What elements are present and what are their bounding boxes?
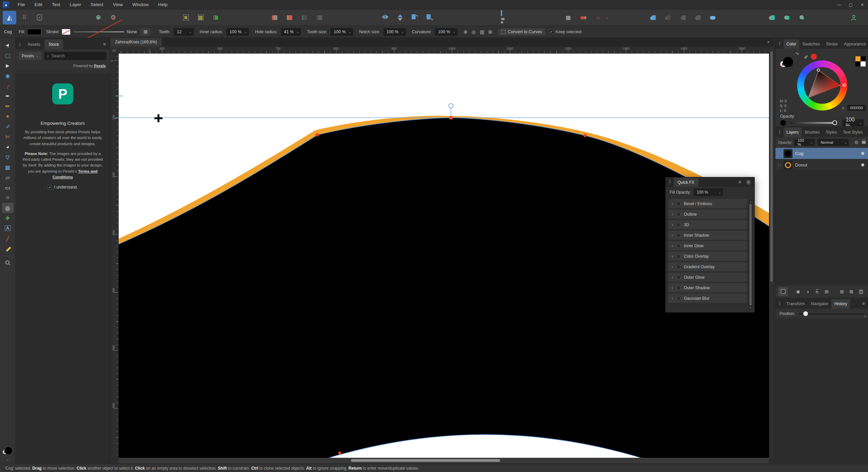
color-mode-swatch[interactable] bbox=[855, 56, 866, 66]
gear-icon[interactable]: ⚙ bbox=[854, 140, 859, 145]
layers-empty-area[interactable] bbox=[775, 171, 868, 285]
fx-gaussian-blur[interactable]: ›Gaussian Blur bbox=[668, 294, 747, 303]
ellipse-tool[interactable]: ○ bbox=[2, 193, 14, 203]
geometry-target-1-button[interactable] bbox=[765, 11, 778, 24]
delete-layer-button[interactable] bbox=[856, 287, 866, 296]
boolean-intersect-button[interactable] bbox=[676, 11, 690, 24]
stroke-swatch[interactable] bbox=[62, 29, 71, 35]
move-tool[interactable]: ➤ bbox=[2, 40, 14, 50]
insert-top-button[interactable] bbox=[283, 11, 296, 24]
chevron-down-icon[interactable]: ⌄ bbox=[241, 30, 247, 34]
stroke-style-preview[interactable] bbox=[73, 28, 124, 35]
panel-expand-icon[interactable]: ▲ bbox=[864, 315, 866, 318]
fx-checkbox[interactable] bbox=[676, 212, 680, 216]
panel-menu-icon[interactable]: ≡ bbox=[859, 301, 868, 309]
menu-window[interactable]: Window bbox=[127, 0, 153, 9]
layer-row-donut[interactable]: ∷ Donut bbox=[775, 159, 868, 171]
text-tool[interactable]: A bbox=[2, 223, 14, 233]
opacity-slider[interactable] bbox=[790, 122, 834, 124]
layer-thumbnail[interactable] bbox=[784, 161, 792, 170]
fx-color-overlay[interactable]: ›Color Overlay bbox=[668, 252, 747, 261]
zoom-tool[interactable] bbox=[2, 258, 14, 268]
visibility-dot[interactable] bbox=[861, 163, 864, 166]
vertical-ruler[interactable]: 0 100 200 300 400 500 600 bbox=[110, 54, 119, 458]
flip-vertical-button[interactable] bbox=[393, 11, 407, 24]
snap-grid-icon[interactable]: ⊞ bbox=[488, 29, 492, 35]
layer-row-cog[interactable]: ∷ Cog bbox=[775, 148, 868, 159]
menu-layer[interactable]: Layer bbox=[65, 0, 86, 9]
panel-grip-icon[interactable]: ∥ bbox=[16, 42, 24, 50]
tab-brushes[interactable]: Brushes bbox=[802, 127, 823, 137]
vscroll-thumb[interactable] bbox=[770, 51, 773, 282]
minimize-button[interactable]: — bbox=[833, 0, 845, 9]
artboard-tool[interactable]: ▢ bbox=[2, 50, 14, 60]
paint-brush-tool[interactable]: ✶ bbox=[2, 111, 14, 121]
layer-name[interactable]: Cog bbox=[795, 151, 804, 156]
pixel-grid-fine-button[interactable] bbox=[194, 11, 208, 24]
fill-stroke-indicator[interactable] bbox=[780, 56, 794, 69]
close-button[interactable]: ✕ bbox=[856, 0, 868, 9]
fx-3d[interactable]: ›3D bbox=[668, 220, 747, 229]
color-wheel[interactable] bbox=[797, 60, 847, 111]
account-button[interactable] bbox=[847, 11, 861, 24]
panel-menu-icon[interactable]: ≡ bbox=[866, 129, 868, 137]
document-tab[interactable]: ZahnradKreis (169.8%) bbox=[110, 38, 162, 46]
fx-checkbox[interactable] bbox=[676, 244, 680, 248]
boolean-combine-button[interactable] bbox=[706, 11, 719, 24]
panel-grip-icon[interactable]: ∥ bbox=[775, 41, 784, 49]
notch-size-input[interactable]: 100 %⌄ bbox=[383, 28, 406, 36]
snapping-dropdown-chevron[interactable]: ⌄ bbox=[606, 16, 608, 19]
fx-checkbox[interactable] bbox=[676, 233, 680, 237]
chevron-down-icon[interactable]: ⌄ bbox=[186, 30, 192, 34]
panel-menu-icon[interactable]: ≡ bbox=[99, 41, 110, 50]
rotate-ccw-button[interactable]: ↰ bbox=[408, 11, 422, 24]
panel-grip-icon[interactable]: ∥ bbox=[775, 130, 784, 137]
vector-brush-tool[interactable]: ✎ bbox=[2, 121, 14, 132]
edit-all-layers-button[interactable] bbox=[778, 287, 788, 296]
tab-text-styles[interactable]: Text Styles bbox=[840, 127, 866, 137]
tab-appearance[interactable]: Appearance bbox=[841, 39, 868, 49]
tab-history[interactable]: History bbox=[831, 299, 850, 309]
triangle-selector[interactable] bbox=[817, 68, 820, 72]
tab-color[interactable]: Color bbox=[784, 39, 800, 49]
overlap-shapes-button[interactable] bbox=[209, 11, 222, 24]
layer-name[interactable]: Donut bbox=[795, 162, 807, 168]
chevron-down-icon[interactable]: ⌄ bbox=[398, 30, 404, 34]
fx-inner-shadow[interactable]: ›Inner Shadow bbox=[668, 231, 747, 240]
snap-mid-icon[interactable]: ▥ bbox=[480, 29, 484, 35]
geometry-target-2-button[interactable] bbox=[780, 11, 793, 24]
tab-stock[interactable]: Stock bbox=[44, 39, 63, 50]
boolean-subtract-button[interactable] bbox=[661, 11, 675, 24]
panel-grip-icon[interactable]: ∥ bbox=[666, 179, 674, 187]
fill-swatch[interactable] bbox=[27, 29, 41, 35]
menu-text[interactable]: Text bbox=[47, 0, 65, 9]
curvature-input[interactable]: 100 %⌄ bbox=[435, 28, 457, 36]
tab-navigator[interactable]: Navigator bbox=[808, 299, 831, 309]
measure-tool[interactable]: ▬ bbox=[2, 243, 14, 254]
close-icon[interactable]: ✕ bbox=[746, 180, 751, 185]
rectangle-tool[interactable]: ▭ bbox=[2, 182, 14, 193]
fx-scroll-thumb[interactable] bbox=[749, 204, 752, 306]
lock-icon[interactable] bbox=[862, 141, 866, 144]
style-picker-tool[interactable]: ╱ bbox=[2, 233, 14, 243]
picked-color-swatch[interactable] bbox=[811, 54, 817, 60]
chevron-down-icon[interactable]: ⌄ bbox=[450, 30, 456, 34]
wheel-selector[interactable] bbox=[843, 83, 846, 87]
guides-button[interactable] bbox=[576, 11, 590, 24]
fill-opacity-dropdown[interactable]: 100 %⌄ bbox=[694, 189, 723, 196]
position-slider[interactable] bbox=[798, 313, 864, 314]
tab-transform[interactable]: Transform bbox=[784, 299, 808, 309]
fx-checkbox[interactable] bbox=[676, 286, 680, 290]
fx-checkbox[interactable] bbox=[676, 275, 680, 279]
convert-to-curves-button[interactable]: Convert to Curves bbox=[498, 28, 546, 36]
fx-checkbox[interactable] bbox=[676, 265, 680, 269]
snapping-button[interactable]: ∩ bbox=[591, 11, 605, 24]
panel-grip-icon[interactable]: ∥ bbox=[775, 301, 784, 309]
point-transform-tool[interactable]: ◉ bbox=[2, 71, 14, 81]
rotate-cw-button[interactable]: ↳ bbox=[423, 11, 437, 24]
fx-scrollbar[interactable]: ▲▼ bbox=[749, 200, 752, 310]
add-layer-button[interactable]: ⊞ bbox=[837, 287, 847, 296]
menu-view[interactable]: View bbox=[108, 0, 127, 9]
teeth-input[interactable]: 12⌄ bbox=[174, 28, 194, 36]
stroke-settings-button[interactable]: ⚙ bbox=[140, 28, 151, 36]
